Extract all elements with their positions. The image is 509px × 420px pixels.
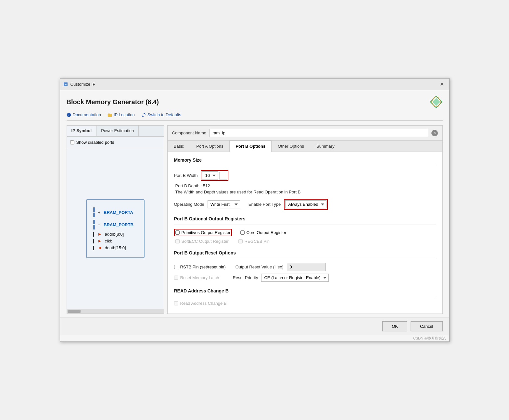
- window-title: Customize IP: [70, 82, 95, 87]
- operating-mode-select[interactable]: Write First Read First No Change: [208, 200, 240, 208]
- app-icon: IP: [63, 82, 68, 87]
- primitives-output-highlight: Primitives Output Register: [174, 229, 232, 236]
- clkb-label: clkb: [105, 239, 112, 243]
- operating-mode-label: Operating Mode: [174, 202, 204, 207]
- bram-porta-row: + BRAM_PORTA: [93, 207, 137, 217]
- bram-portb-row: − BRAM_PORTB: [93, 219, 137, 230]
- output-reset-row1: RSTB Pin (set/reset pin) Output Reset Va…: [174, 263, 436, 271]
- toolbar: i Documentation IP Location Switch to: [67, 112, 443, 121]
- arrow-right-icon: [98, 232, 102, 236]
- scrollbar-thumb: [68, 310, 81, 313]
- output-reset-value-label: Output Reset Value (Hex): [235, 265, 284, 269]
- svg-marker-12: [98, 240, 101, 242]
- port-b-width-select[interactable]: 8 16 32 64: [202, 171, 218, 179]
- show-disabled-ports-label: Show disabled ports: [76, 140, 114, 145]
- softECC-label: SoftECC Output Register: [175, 239, 229, 244]
- reset-memory-latch-label: Reset Memory Latch: [174, 275, 219, 280]
- arrow-left-icon: [98, 246, 102, 250]
- svg-text:IP: IP: [64, 83, 67, 86]
- memory-size-divider: [174, 166, 436, 166]
- memory-size-header: Memory Size: [174, 157, 436, 163]
- port-b-width-highlight: 8 16 32 64: [201, 170, 228, 181]
- enable-port-type-highlight: Always Enabled Use ENA Pin Use ENB Pin: [284, 199, 328, 210]
- clkb-row: clkb: [93, 239, 137, 243]
- doutb-row: doutb[15:0]: [93, 245, 137, 250]
- show-disabled-ports-row: Show disabled ports: [70, 140, 160, 145]
- tab-basic[interactable]: Basic: [168, 141, 190, 152]
- tab-port-b[interactable]: Port B Options: [229, 141, 272, 152]
- read-address-checkbox: [174, 301, 178, 305]
- refresh-icon: [141, 113, 146, 117]
- tabs-bar: Basic Port A Options Port B Options Othe…: [168, 141, 442, 152]
- title-bar-left: IP Customize IP: [63, 82, 95, 87]
- port-b-width-extra: [219, 172, 227, 179]
- svg-marker-13: [98, 247, 101, 249]
- component-name-input[interactable]: [210, 129, 428, 137]
- component-name-clear-button[interactable]: ✕: [431, 130, 438, 136]
- addrb-label: addrb[8:0]: [105, 232, 124, 237]
- RSTB-label[interactable]: RSTB Pin (set/reset pin): [174, 265, 226, 269]
- documentation-link[interactable]: i Documentation: [67, 112, 101, 117]
- right-panel: Component Name ✕ Basic Port A Options Po…: [167, 125, 443, 314]
- switch-defaults-link[interactable]: Switch to Defaults: [141, 112, 181, 117]
- watermark: CSDN @岁月指尖流: [60, 335, 449, 341]
- reset-priority-label: Reset Priority: [233, 275, 258, 280]
- close-button[interactable]: ✕: [438, 80, 446, 88]
- softECC-checkbox: [175, 239, 180, 243]
- REGCEB-checkbox: [238, 239, 243, 243]
- main-body: IP Symbol Power Estimation Show disabled…: [67, 125, 443, 314]
- optional-registers-header: Port B Optional Output Registers: [174, 216, 436, 221]
- read-address-label: Read Address Change B: [174, 301, 227, 306]
- cancel-button[interactable]: Cancel: [411, 321, 442, 331]
- tab-summary[interactable]: Summary: [310, 141, 341, 152]
- read-address-row: Read Address Change B: [174, 301, 436, 306]
- tab-ip-symbol[interactable]: IP Symbol: [67, 126, 97, 136]
- content-area: Block Memory Generator (8.4) i Documenta…: [60, 90, 449, 317]
- output-reset-divider: [174, 259, 436, 259]
- ip-symbol-box: + BRAM_PORTA − BRAM_PORTB: [86, 199, 145, 258]
- xilinx-logo: [430, 95, 443, 108]
- tab-power-estimation[interactable]: Power Estimation: [96, 126, 139, 136]
- doutb-label: doutb[15:0]: [105, 245, 126, 250]
- optional-registers-divider: [174, 225, 436, 225]
- ok-button[interactable]: OK: [382, 321, 407, 331]
- app-title-row: Block Memory Generator (8.4): [67, 95, 443, 108]
- primitives-output-label[interactable]: Primitives Output Register: [175, 230, 231, 235]
- left-panel-options: Show disabled ports: [67, 137, 164, 148]
- symbol-area: + BRAM_PORTA − BRAM_PORTB: [67, 148, 164, 309]
- enable-port-type-label: Enable Port Type: [248, 202, 281, 207]
- ip-location-link[interactable]: IP Location: [108, 112, 135, 117]
- bram-portb-label: BRAM_PORTB: [104, 222, 134, 227]
- reset-priority-select[interactable]: CE (Latch or Register Enable) SR (Set/Re…: [261, 274, 329, 282]
- svg-text:i: i: [68, 114, 69, 117]
- core-output-checkbox[interactable]: [240, 230, 245, 235]
- bram-porta-label: BRAM_PORTA: [104, 210, 133, 215]
- output-registers-row1: Primitives Output Register Core Output R…: [174, 229, 436, 236]
- info-icon: i: [67, 113, 71, 117]
- output-reset-row2: Reset Memory Latch Reset Priority CE (La…: [174, 274, 436, 282]
- core-output-label[interactable]: Core Output Register: [240, 230, 286, 235]
- tab-content-port-b: Memory Size Port B Width 8 16 32 64: [168, 152, 442, 314]
- title-bar: IP Customize IP ✕: [60, 79, 449, 90]
- output-reset-header: Port B Output Reset Options: [174, 250, 436, 255]
- left-panel: IP Symbol Power Estimation Show disabled…: [67, 125, 164, 314]
- output-registers-row2: SoftECC Output Register REGCEB Pin: [175, 239, 436, 244]
- output-reset-value-input[interactable]: [287, 263, 326, 271]
- show-disabled-ports-checkbox[interactable]: [70, 140, 74, 144]
- width-depth-note: The Width and Depth values are used for …: [175, 190, 436, 194]
- port-b-width-label: Port B Width: [174, 173, 198, 178]
- tab-port-a[interactable]: Port A Options: [190, 141, 229, 152]
- component-name-label: Component Name: [172, 130, 207, 135]
- read-address-header: READ Address Change B: [174, 288, 436, 293]
- enable-port-type-select[interactable]: Always Enabled Use ENA Pin Use ENB Pin: [285, 200, 326, 208]
- operating-mode-row: Operating Mode Write First Read First No…: [174, 199, 436, 210]
- left-panel-scrollbar[interactable]: [67, 309, 164, 314]
- primitives-output-checkbox[interactable]: [175, 230, 180, 235]
- tab-other[interactable]: Other Options: [272, 141, 310, 152]
- RSTB-checkbox[interactable]: [174, 265, 178, 269]
- svg-rect-8: [108, 114, 110, 115]
- port-b-width-row: Port B Width 8 16 32 64: [174, 170, 436, 181]
- REGCEB-label: REGCEB Pin: [238, 239, 270, 244]
- app-title-text: Block Memory Generator (8.4): [67, 98, 159, 106]
- svg-marker-11: [98, 233, 101, 236]
